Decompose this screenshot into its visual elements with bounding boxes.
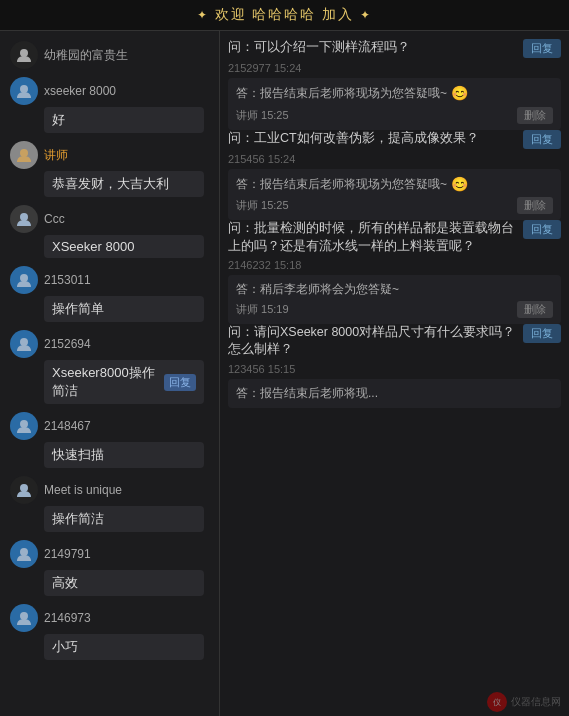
svg-point-5	[20, 338, 28, 346]
answer-meta: 讲师 15:25删除	[236, 107, 553, 124]
chat-username: Ccc	[44, 212, 65, 226]
chat-username: 幼稚园的富贵生	[44, 47, 128, 64]
reply-button[interactable]: 回复	[523, 39, 561, 58]
star-right: ✦	[360, 8, 372, 22]
answer-block: 答：报告结束后老师将现场为您答疑哦~😊讲师 15:25删除	[228, 78, 561, 130]
chat-item: 讲师恭喜发财，大吉大利	[0, 137, 219, 201]
delete-button[interactable]: 删除	[517, 107, 553, 124]
question-text: 问：批量检测的时候，所有的样品都是装置载物台上的吗？还是有流水线一样的上料装置呢…	[228, 220, 517, 255]
svg-point-8	[20, 548, 28, 556]
chat-bubble: 好	[44, 107, 204, 133]
answer-meta-user: 讲师 15:25	[236, 198, 289, 213]
qa-blocks-container: 问：可以介绍一下测样流程吗？回复2152977 15:24答：报告结束后老师将现…	[228, 39, 561, 408]
question-text: 问：可以介绍一下测样流程吗？	[228, 39, 517, 57]
chat-username: 2146973	[44, 611, 91, 625]
avatar	[10, 412, 38, 440]
chat-username: 讲师	[44, 147, 68, 164]
chat-username: Meet is unique	[44, 483, 122, 497]
answer-text: 答：稍后李老师将会为您答疑~	[236, 281, 553, 298]
reply-tag: 回复	[164, 374, 196, 391]
chat-bubble: 小巧	[44, 634, 204, 660]
answer-block: 答：稍后李老师将会为您答疑~讲师 15:19删除	[228, 275, 561, 324]
svg-point-9	[20, 612, 28, 620]
main-container: 幼稚园的富贵生 xseeker 8000好 讲师恭喜发财，大吉大利 CccXSe…	[0, 31, 569, 716]
reply-button[interactable]: 回复	[523, 324, 561, 343]
chat-bubble: 恭喜发财，大吉大利	[44, 171, 204, 197]
avatar	[10, 604, 38, 632]
chat-username: 2153011	[44, 273, 91, 287]
chat-username: 2152694	[44, 337, 91, 351]
avatar	[10, 330, 38, 358]
emoji-icon: 😊	[451, 175, 468, 195]
question-meta: 2152977 15:24	[228, 62, 561, 74]
chat-bubble: 快速扫描	[44, 442, 204, 468]
svg-point-1	[20, 85, 28, 93]
svg-point-3	[20, 213, 28, 221]
answer-meta-user: 讲师 15:19	[236, 302, 289, 317]
avatar	[10, 141, 38, 169]
chat-messages-container: xseeker 8000好 讲师恭喜发财，大吉大利 CccXSeeker 800…	[0, 73, 219, 664]
question-row: 问：工业CT如何改善伪影，提高成像效果？回复	[228, 130, 561, 149]
avatar	[10, 476, 38, 504]
svg-point-6	[20, 420, 28, 428]
avatar	[10, 41, 38, 69]
chat-item: 2148467快速扫描	[0, 408, 219, 472]
chat-item: 2152694Xseeker8000操作简洁回复	[0, 326, 219, 408]
avatar	[10, 266, 38, 294]
top-bar: ✦ 欢迎 哈哈哈哈 加入 ✦	[0, 0, 569, 31]
answer-text: 答：报告结束后老师将现场为您答疑哦~😊	[236, 84, 553, 104]
emoji-icon: 😊	[451, 84, 468, 104]
chat-bubble: Xseeker8000操作简洁回复	[44, 360, 204, 404]
chat-header-user: 幼稚园的富贵生	[0, 37, 219, 73]
chat-item: 2153011操作简单	[0, 262, 219, 326]
avatar	[10, 540, 38, 568]
question-text: 问：工业CT如何改善伪影，提高成像效果？	[228, 130, 517, 148]
left-chat-panel: 幼稚园的富贵生 xseeker 8000好 讲师恭喜发财，大吉大利 CccXSe…	[0, 31, 220, 716]
right-qa-panel: 问：可以介绍一下测样流程吗？回复2152977 15:24答：报告结束后老师将现…	[220, 31, 569, 716]
question-row: 问：批量检测的时候，所有的样品都是装置载物台上的吗？还是有流水线一样的上料装置呢…	[228, 220, 561, 255]
question-meta: 123456 15:15	[228, 363, 561, 375]
answer-block: 答：报告结束后老师将现场为您答疑哦~😊讲师 15:25删除	[228, 169, 561, 221]
chat-username: 2148467	[44, 419, 91, 433]
reply-button[interactable]: 回复	[523, 220, 561, 239]
avatar	[10, 205, 38, 233]
answer-text: 答：报告结束后老师将现...	[236, 385, 553, 402]
svg-point-2	[20, 149, 28, 157]
delete-button[interactable]: 删除	[517, 197, 553, 214]
watermark-logo: 仪	[487, 692, 507, 712]
question-meta: 215456 15:24	[228, 153, 561, 165]
watermark-text: 仪器信息网	[511, 695, 561, 709]
answer-text: 答：报告结束后老师将现场为您答疑哦~😊	[236, 175, 553, 195]
qa-block: 问：请问XSeeker 8000对样品尺寸有什么要求吗？怎么制样？回复12345…	[228, 324, 561, 408]
chat-username: 2149791	[44, 547, 91, 561]
answer-meta: 讲师 15:25删除	[236, 197, 553, 214]
svg-point-0	[20, 49, 28, 57]
answer-meta-user: 讲师 15:25	[236, 108, 289, 123]
avatar	[10, 77, 38, 105]
star-left: ✦	[197, 8, 209, 22]
chat-username: xseeker 8000	[44, 84, 116, 98]
chat-bubble: 操作简洁	[44, 506, 204, 532]
answer-block: 答：报告结束后老师将现...	[228, 379, 561, 408]
svg-point-4	[20, 274, 28, 282]
qa-block: 问：工业CT如何改善伪影，提高成像效果？回复215456 15:24答：报告结束…	[228, 130, 561, 221]
chat-item: CccXSeeker 8000	[0, 201, 219, 262]
chat-bubble: 操作简单	[44, 296, 204, 322]
question-row: 问：请问XSeeker 8000对样品尺寸有什么要求吗？怎么制样？回复	[228, 324, 561, 359]
question-meta: 2146232 15:18	[228, 259, 561, 271]
watermark: 仪 仪器信息网	[487, 692, 561, 712]
chat-item: 2149791高效	[0, 536, 219, 600]
question-text: 问：请问XSeeker 8000对样品尺寸有什么要求吗？怎么制样？	[228, 324, 517, 359]
answer-meta: 讲师 15:19删除	[236, 301, 553, 318]
welcome-text: 欢迎 哈哈哈哈 加入	[215, 6, 355, 24]
question-row: 问：可以介绍一下测样流程吗？回复	[228, 39, 561, 58]
chat-item: xseeker 8000好	[0, 73, 219, 137]
svg-point-7	[20, 484, 28, 492]
delete-button[interactable]: 删除	[517, 301, 553, 318]
reply-button[interactable]: 回复	[523, 130, 561, 149]
chat-bubble: XSeeker 8000	[44, 235, 204, 258]
qa-block: 问：可以介绍一下测样流程吗？回复2152977 15:24答：报告结束后老师将现…	[228, 39, 561, 130]
qa-block: 问：批量检测的时候，所有的样品都是装置载物台上的吗？还是有流水线一样的上料装置呢…	[228, 220, 561, 324]
chat-item: 2146973小巧	[0, 600, 219, 664]
chat-item: Meet is unique操作简洁	[0, 472, 219, 536]
